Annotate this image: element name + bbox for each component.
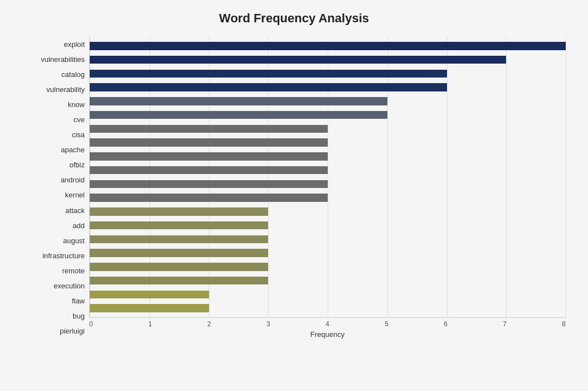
y-label: catalog (22, 71, 85, 78)
bar-row (90, 53, 566, 67)
bar (90, 249, 268, 257)
y-label: remote (22, 267, 85, 274)
y-label: vulnerabilities (22, 56, 85, 63)
x-tick: 4 (325, 320, 329, 328)
chart-container: Word Frequency Analysis exploitvulnerabi… (0, 0, 588, 391)
bar-row (90, 122, 566, 136)
bar-row (90, 301, 566, 315)
bar-row (90, 205, 566, 219)
bar-row (90, 94, 566, 108)
y-label: vulnerability (22, 86, 85, 93)
bar-row (90, 108, 566, 122)
bar-row (90, 67, 566, 81)
bar (90, 138, 328, 147)
y-label: know (22, 101, 85, 108)
bars-area (89, 37, 566, 318)
bar (90, 70, 447, 78)
y-label: pierluigi (22, 327, 85, 335)
bar (90, 194, 328, 202)
y-label: execution (22, 282, 85, 289)
bar (90, 180, 328, 189)
bar (90, 221, 268, 230)
x-axis-label: Frequency (89, 330, 566, 339)
bar (90, 235, 268, 244)
x-tick: 6 (444, 320, 448, 328)
bar (90, 207, 268, 216)
grid-line (566, 37, 566, 317)
x-axis: 012345678 (89, 318, 566, 328)
y-label: cve (22, 116, 85, 123)
bar-row (90, 191, 566, 205)
bar (90, 166, 328, 175)
y-label: ofbiz (22, 161, 85, 168)
y-label: attack (22, 207, 85, 214)
bar-row (90, 136, 566, 149)
chart-title: Word Frequency Analysis (22, 11, 566, 26)
y-axis: exploitvulnerabilitiescatalogvulnerabili… (22, 37, 89, 339)
bar (90, 111, 387, 119)
x-tick: 0 (89, 320, 93, 328)
bar-row (90, 233, 566, 247)
chart-area: exploitvulnerabilitiescatalogvulnerabili… (22, 37, 566, 339)
y-label: apache (22, 146, 85, 153)
bar-row (90, 39, 566, 53)
bar-row (90, 80, 566, 94)
bar (90, 125, 328, 133)
bar (90, 152, 328, 161)
bar-row (90, 288, 566, 302)
bar-row (90, 219, 566, 233)
y-label: exploit (22, 41, 85, 48)
x-tick: 3 (266, 320, 270, 328)
bar (90, 42, 566, 50)
bar (90, 83, 447, 91)
y-label: cisa (22, 131, 85, 138)
bar (90, 277, 268, 285)
bar (90, 263, 268, 271)
y-label: infrastructure (22, 252, 85, 259)
x-tick: 7 (503, 320, 507, 328)
y-label: kernel (22, 191, 85, 199)
bar-row (90, 274, 566, 288)
bar-row (90, 177, 566, 191)
y-label: android (22, 176, 85, 184)
bar (90, 304, 209, 312)
x-tick: 5 (385, 320, 388, 328)
y-label: flaw (22, 297, 85, 305)
x-tick: 8 (562, 320, 566, 328)
bar (90, 97, 387, 105)
y-label: add (22, 222, 85, 229)
bar-row (90, 246, 566, 260)
bar (90, 56, 506, 64)
bar (90, 291, 209, 299)
x-tick: 1 (148, 320, 152, 328)
bar-row (90, 163, 566, 177)
y-label: bug (22, 312, 85, 320)
x-tick: 2 (207, 320, 211, 328)
bar-row (90, 149, 566, 163)
bars-and-x: 012345678 Frequency (89, 37, 566, 339)
bar-row (90, 260, 566, 274)
y-label: august (22, 237, 85, 244)
